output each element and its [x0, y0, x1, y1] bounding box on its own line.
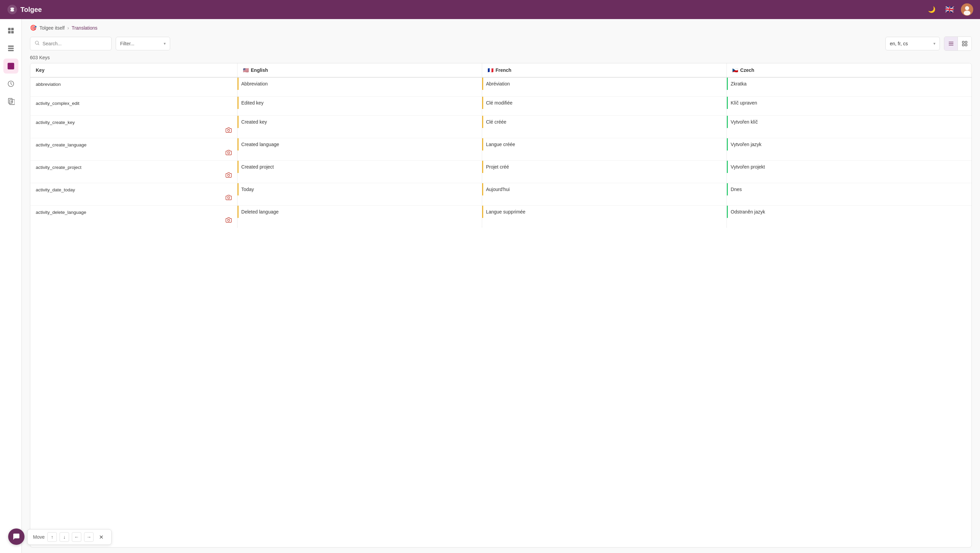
- chat-icon: [12, 532, 21, 541]
- key-value: activity_delete_language: [30, 206, 237, 216]
- french-value: Projet créé: [482, 161, 727, 173]
- svg-rect-10: [8, 50, 14, 51]
- sidebar-item-dashboard[interactable]: [3, 23, 18, 38]
- filter-button[interactable]: Filter... ▾: [116, 37, 170, 50]
- key-value: activity_create_language: [30, 138, 237, 149]
- key-cell: activity_date_today: [30, 183, 237, 206]
- key-cell: activity_create_language: [30, 138, 237, 161]
- svg-rect-23: [962, 44, 964, 46]
- projects-icon: [7, 45, 14, 52]
- docs-icon: [7, 98, 14, 105]
- french-value: Clé modifiée: [482, 97, 727, 109]
- dashboard-icon: [7, 27, 14, 34]
- search-input[interactable]: [43, 41, 107, 46]
- grid-view-button[interactable]: [958, 37, 972, 50]
- sidebar-item-projects[interactable]: [3, 41, 18, 56]
- key-icons: [30, 171, 237, 183]
- key-cell: activity_create_key: [30, 116, 237, 138]
- english-value: Created project: [237, 161, 482, 173]
- svg-point-28: [228, 197, 230, 199]
- french-cell: Clé créée: [482, 116, 727, 138]
- avatar-image: [961, 3, 973, 16]
- czech-cell: Vytvořen jazyk: [727, 138, 972, 161]
- key-cell: activity_delete_language: [30, 206, 237, 228]
- french-value: Aujourd'hui: [482, 183, 727, 196]
- svg-rect-6: [8, 31, 10, 33]
- table-row: activity_delete_language Deleted languag…: [30, 206, 972, 228]
- sidebar-item-activity[interactable]: [3, 76, 18, 91]
- app-logo[interactable]: Tolgee: [7, 4, 42, 15]
- keys-count: 603 Keys: [30, 55, 972, 60]
- breadcrumb: 🎯 Tolgee itself › Translations: [30, 24, 972, 31]
- camera-icon[interactable]: [226, 127, 232, 134]
- french-value: Clé créée: [482, 116, 727, 128]
- col-header-french: 🇫🇷French: [482, 63, 727, 77]
- key-icons: [30, 88, 237, 96]
- move-right-button[interactable]: →: [84, 532, 94, 542]
- svg-rect-22: [966, 41, 967, 43]
- french-value: Langue créée: [482, 138, 727, 150]
- table-row: activity_create_language Created languag…: [30, 138, 972, 161]
- table-row: abbreviation Abbreviation Abréviation Zk…: [30, 77, 972, 97]
- camera-icon[interactable]: [226, 172, 232, 180]
- camera-icon[interactable]: [226, 194, 232, 202]
- czech-value: Odstraněn jazyk: [727, 206, 972, 218]
- czech-cell: Zkratka: [727, 77, 972, 97]
- czech-cell: Odstraněn jazyk: [727, 206, 972, 228]
- french-cell: Langue créée: [482, 138, 727, 161]
- svg-rect-7: [11, 31, 13, 33]
- camera-icon[interactable]: [226, 217, 232, 225]
- move-close-button[interactable]: ✕: [96, 532, 106, 542]
- english-value: Abbreviation: [237, 78, 482, 90]
- move-label: Move: [33, 534, 45, 540]
- language-selector[interactable]: en, fr, cs ▾: [885, 37, 940, 50]
- svg-point-3: [964, 11, 970, 15]
- user-avatar[interactable]: [961, 3, 973, 16]
- move-left-button[interactable]: ←: [72, 532, 81, 542]
- key-cell: activity_create_project: [30, 161, 237, 183]
- search-box: [30, 37, 111, 50]
- move-down-button[interactable]: ↓: [60, 532, 69, 542]
- project-icon: 🎯: [30, 24, 37, 31]
- french-value: Langue supprimée: [482, 206, 727, 218]
- svg-rect-11: [8, 63, 14, 69]
- sidebar-item-translations[interactable]: [3, 59, 18, 73]
- french-cell: Langue supprimée: [482, 206, 727, 228]
- svg-rect-24: [966, 44, 967, 46]
- svg-rect-9: [8, 48, 14, 49]
- table-row: activity_create_key Created key Clé créé…: [30, 116, 972, 138]
- svg-rect-8: [8, 46, 14, 47]
- czech-cell: Vytvořen projekt: [727, 161, 972, 183]
- list-view-button[interactable]: [944, 37, 958, 50]
- svg-point-29: [228, 219, 230, 222]
- move-up-button[interactable]: ↑: [47, 532, 57, 542]
- filter-chevron-icon: ▾: [164, 41, 166, 46]
- key-icons: [30, 126, 237, 138]
- svg-point-26: [228, 152, 230, 154]
- toolbar: Filter... ▾ en, fr, cs ▾: [30, 37, 972, 51]
- camera-icon[interactable]: [226, 150, 232, 157]
- english-cell: Today: [237, 183, 482, 206]
- czech-cell: Klíč upraven: [727, 97, 972, 116]
- key-cell: activity_complex_edit: [30, 97, 237, 116]
- key-cell: abbreviation: [30, 77, 237, 97]
- sidebar-item-docs[interactable]: [3, 94, 18, 109]
- breadcrumb-project-link[interactable]: Tolgee itself: [40, 25, 65, 31]
- chat-button[interactable]: [8, 529, 24, 545]
- czech-value: Vytvořen jazyk: [727, 138, 972, 150]
- table-row: activity_create_project Created project …: [30, 161, 972, 183]
- language-flag-button[interactable]: 🇬🇧: [943, 3, 956, 16]
- view-toggle: [944, 37, 972, 51]
- svg-rect-13: [8, 99, 12, 104]
- key-value: activity_complex_edit: [30, 97, 237, 107]
- col-header-key: Key: [30, 63, 237, 77]
- english-cell: Created language: [237, 138, 482, 161]
- key-icons: [30, 149, 237, 160]
- table-row: activity_complex_edit Edited key Clé mod…: [30, 97, 972, 116]
- czech-cell: Vytvořen klíč: [727, 116, 972, 138]
- keys-count-label: 603 Keys: [30, 55, 50, 60]
- english-value: Created key: [237, 116, 482, 128]
- english-value: Edited key: [237, 97, 482, 109]
- english-cell: Abbreviation: [237, 77, 482, 97]
- theme-toggle-button[interactable]: 🌙: [926, 3, 938, 16]
